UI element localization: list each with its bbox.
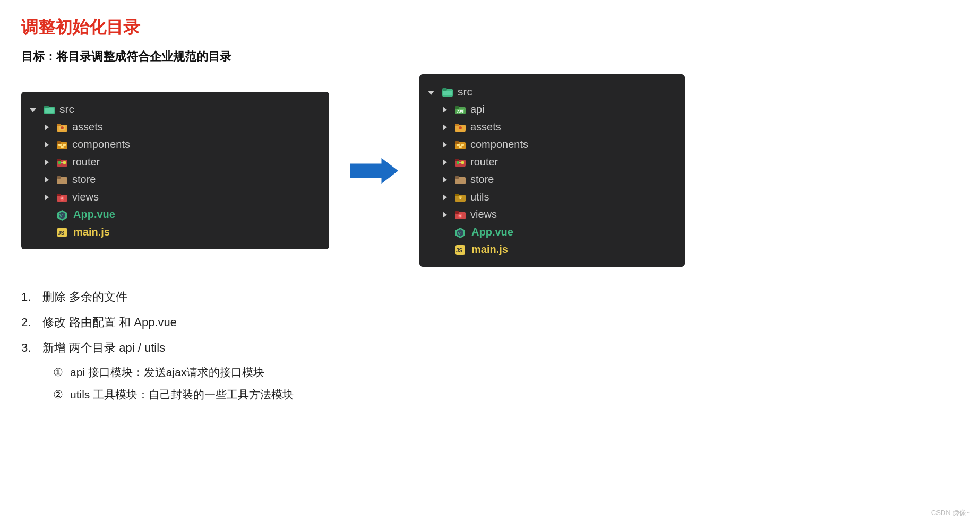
right-api-label: api (470, 103, 485, 116)
watermark: CSDN @像~ (931, 508, 970, 518)
svg-point-59 (459, 215, 461, 217)
right-tree-views: views (419, 206, 685, 223)
chevron-right-icon (443, 124, 447, 130)
left-router-label: router (72, 156, 100, 168)
store-folder-icon (56, 174, 68, 186)
right-views-label: views (470, 208, 497, 221)
left-mainjs-label: main.js (73, 226, 110, 238)
svg-rect-52 (455, 176, 459, 179)
utils-folder-icon (454, 191, 466, 203)
right-tree-api: API api (419, 101, 685, 118)
svg-point-55 (460, 197, 461, 199)
svg-rect-43 (457, 144, 460, 146)
right-appvue-file-icon: V (454, 226, 466, 238)
right-tree-root: src (419, 83, 685, 101)
svg-rect-2 (45, 108, 54, 113)
list-text-3: 新增 两个目录 api / utils (42, 337, 165, 359)
right-tree-assets: assets (419, 118, 685, 136)
right-components-folder-icon (454, 139, 466, 151)
right-assets-label: assets (470, 121, 501, 133)
assets-folder-icon (56, 121, 68, 133)
svg-rect-1 (44, 106, 49, 108)
chevron-right-icon (443, 194, 447, 201)
src-folder-icon (44, 103, 55, 115)
right-tree-utils: utils (419, 188, 685, 206)
sub-item-2: ② utils 工具模块：自己封装的一些工具方法模块 (53, 384, 959, 405)
svg-text:API: API (457, 110, 463, 114)
chevron-right-icon (45, 159, 49, 165)
svg-rect-40 (459, 127, 461, 129)
mainjs-file-icon: JS (56, 226, 68, 238)
svg-point-23 (61, 197, 63, 199)
svg-rect-54 (455, 194, 459, 196)
right-tree-appvue: V App.vue (419, 223, 685, 241)
svg-rect-47 (455, 159, 459, 161)
right-store-label: store (470, 173, 494, 186)
left-tree-root-label: src (59, 103, 74, 116)
chevron-right-icon (443, 107, 447, 113)
arrow-right (350, 155, 398, 187)
sub-circle-2: ② (53, 384, 70, 405)
views-folder-icon (56, 191, 68, 203)
svg-text:JS: JS (58, 230, 65, 236)
right-mainjs-file-icon: JS (454, 244, 466, 256)
chevron-right-icon (45, 177, 49, 183)
right-appvue-label: App.vue (471, 226, 513, 238)
sub-text-2: utils 工具模块：自己封装的一些工具方法模块 (70, 384, 294, 405)
left-file-tree: src assets (21, 92, 329, 249)
list-text-2: 修改 路由配置 和 App.vue (42, 311, 177, 334)
right-router-folder-icon (454, 156, 466, 168)
chevron-right-icon (443, 142, 447, 148)
right-tree-root-label: src (458, 85, 472, 98)
right-views-folder-icon (454, 209, 466, 221)
left-tree-root: src (21, 100, 329, 118)
svg-rect-42 (455, 141, 459, 144)
diagram-row: src assets (21, 74, 959, 267)
subtitle: 目标：将目录调整成符合企业规范的目录 (21, 49, 959, 65)
left-assets-label: assets (72, 121, 103, 133)
right-tree-router: router (419, 153, 685, 171)
components-folder-icon (56, 139, 68, 151)
svg-rect-48 (457, 161, 459, 164)
api-folder-icon: API (454, 104, 466, 116)
right-assets-folder-icon (454, 121, 466, 133)
list-item-2: 2. 修改 路由配置 和 App.vue (21, 311, 959, 334)
svg-text:V: V (59, 213, 63, 219)
right-utils-label: utils (470, 191, 489, 203)
svg-rect-9 (57, 141, 61, 144)
svg-rect-50 (459, 162, 462, 163)
svg-rect-57 (455, 211, 459, 214)
svg-rect-34 (455, 106, 459, 109)
list-num-1: 1. (21, 286, 42, 308)
left-tree-components: components (21, 136, 329, 153)
svg-rect-21 (57, 194, 61, 196)
svg-rect-12 (61, 146, 64, 148)
left-tree-assets: assets (21, 118, 329, 136)
svg-rect-38 (455, 124, 459, 126)
svg-rect-14 (57, 159, 61, 161)
svg-rect-10 (58, 144, 62, 146)
chevron-right-icon (45, 194, 49, 201)
right-tree-mainjs: JS main.js (419, 241, 685, 258)
svg-text:V: V (458, 231, 461, 236)
list-num-3: 3. (21, 337, 42, 359)
appvue-file-icon: V (56, 209, 68, 221)
svg-rect-31 (442, 88, 447, 91)
list-text-1: 删除 多余的文件 (42, 286, 127, 308)
left-tree-mainjs: JS main.js (21, 223, 329, 241)
left-tree-appvue: V App.vue (21, 206, 329, 223)
left-components-label: components (72, 138, 130, 151)
svg-text:JS: JS (456, 248, 463, 254)
left-store-label: store (72, 173, 96, 186)
svg-rect-49 (461, 161, 464, 164)
sub-text-1: api 接口模块：发送ajax请求的接口模块 (70, 362, 264, 383)
chevron-down-icon (428, 91, 434, 95)
list-num-2: 2. (21, 311, 42, 334)
right-mainjs-label: main.js (471, 243, 508, 256)
right-router-label: router (470, 156, 498, 168)
sub-circle-1: ① (53, 362, 70, 383)
svg-rect-15 (58, 161, 61, 164)
left-views-label: views (72, 191, 99, 203)
svg-rect-11 (63, 144, 66, 146)
right-src-folder-icon (442, 86, 453, 98)
